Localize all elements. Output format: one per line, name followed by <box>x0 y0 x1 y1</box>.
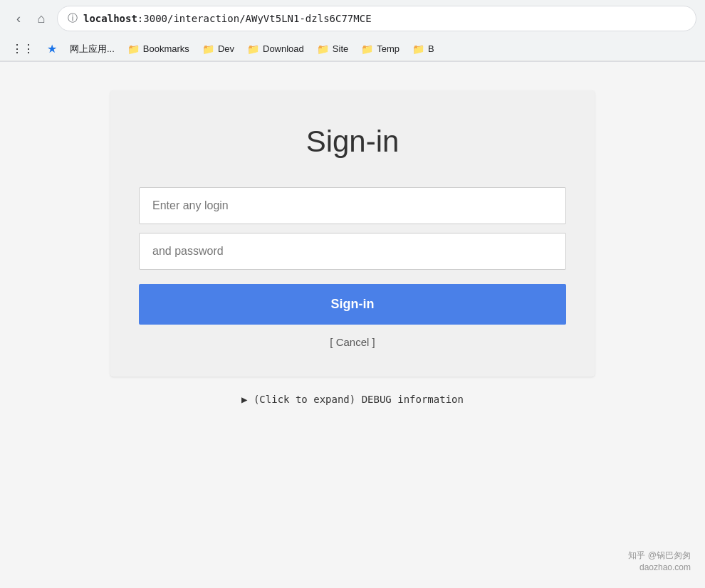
watermark: 知乎 @锅巴匆匆 daozhao.com <box>628 550 691 574</box>
debug-label: ▶ (Click to expand) DEBUG information <box>241 394 464 405</box>
folder-icon-6: 📁 <box>412 43 424 55</box>
bookmark-temp[interactable]: 📁 Temp <box>355 41 405 58</box>
bookmark-dev[interactable]: 📁 Dev <box>197 41 240 58</box>
page-content: Sign-in Sign-in [ Cancel ] ▶ (Click to e… <box>0 62 705 588</box>
signin-button[interactable]: Sign-in <box>139 284 566 325</box>
address-bar[interactable]: ⓘ localhost:3000/interaction/AWyVt5LN1-d… <box>57 6 696 31</box>
bookmark-site[interactable]: 📁 Site <box>311 41 354 58</box>
watermark-line2: daozhao.com <box>628 562 691 574</box>
bookmark-bookmarks[interactable]: 📁 Bookmarks <box>122 41 195 58</box>
star-icon: ★ <box>47 42 57 56</box>
folder-icon-4: 📁 <box>317 43 329 55</box>
url-hostname: localhost <box>83 13 137 24</box>
bookmark-label: 网上应用... <box>70 43 115 56</box>
page-title: Sign-in <box>306 125 400 159</box>
nav-buttons: ‹ ⌂ <box>9 9 51 28</box>
bookmark-label-dev: Dev <box>218 43 234 54</box>
bookmarks-bar: ⋮⋮ ★ 网上应用... 📁 Bookmarks 📁 Dev 📁 Downloa… <box>0 37 705 61</box>
folder-icon-5: 📁 <box>361 43 373 55</box>
cancel-link[interactable]: [ Cancel ] <box>330 336 375 348</box>
home-button[interactable]: ⌂ <box>31 9 51 28</box>
browser-toolbar: ‹ ⌂ ⓘ localhost:3000/interaction/AWyVt5L… <box>0 0 705 37</box>
bookmark-b[interactable]: 📁 B <box>407 41 440 58</box>
url-text: localhost:3000/interaction/AWyVt5LN1-dzl… <box>83 13 372 24</box>
bookmark-apps[interactable]: ⋮⋮ <box>6 39 40 58</box>
folder-icon-2: 📁 <box>202 43 214 55</box>
apps-icon: ⋮⋮ <box>11 42 34 56</box>
bookmark-download[interactable]: 📁 Download <box>241 41 310 58</box>
bookmark-apps-label[interactable]: 网上应用... <box>64 40 120 58</box>
folder-icon-1: 📁 <box>127 43 140 55</box>
signin-form: Sign-in <box>139 187 566 325</box>
watermark-line1: 知乎 @锅巴匆匆 <box>628 550 691 562</box>
bookmark-label-bookmarks: Bookmarks <box>143 43 189 54</box>
bookmark-label-site: Site <box>333 43 348 54</box>
lock-icon: ⓘ <box>68 12 78 25</box>
login-input[interactable] <box>139 187 566 224</box>
bookmark-label-b: B <box>428 43 434 54</box>
folder-icon-3: 📁 <box>247 43 259 55</box>
debug-bar[interactable]: ▶ (Click to expand) DEBUG information <box>241 394 464 405</box>
bookmark-label-temp: Temp <box>377 43 400 54</box>
bookmark-label-download: Download <box>263 43 304 54</box>
signin-card: Sign-in Sign-in [ Cancel ] <box>110 90 595 377</box>
back-button[interactable]: ‹ <box>9 9 28 28</box>
url-path: :3000/interaction/AWyVt5LN1-dzls6C77MCE <box>137 13 372 24</box>
password-input[interactable] <box>139 233 566 270</box>
bookmark-star[interactable]: ★ <box>41 39 63 58</box>
browser-chrome: ‹ ⌂ ⓘ localhost:3000/interaction/AWyVt5L… <box>0 0 705 62</box>
